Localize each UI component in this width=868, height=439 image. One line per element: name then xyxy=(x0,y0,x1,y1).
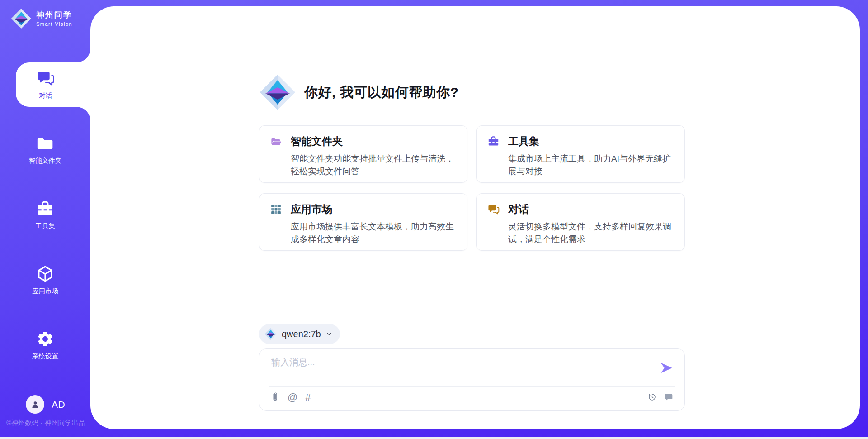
sidebar-item-settings[interactable]: 系统设置 xyxy=(0,323,90,367)
card-description: 应用市场提供丰富长文本模板，助力高效生成多样化文章内容 xyxy=(291,220,457,245)
model-logo-icon xyxy=(264,328,277,340)
chevron-down-icon xyxy=(326,330,333,338)
send-button[interactable] xyxy=(659,361,674,375)
chat-bubble-icon[interactable] xyxy=(664,392,674,402)
history-icon[interactable] xyxy=(647,392,657,402)
brand: 神州问学 Smart Vision xyxy=(11,8,72,29)
sidebar-item-smart-folder[interactable]: 智能文件夹 xyxy=(0,128,90,172)
main-content: 你好, 我可以如何帮助你? 智能文件夹 智能文件夹功能支持批量文件上传与清洗，轻… xyxy=(259,6,685,429)
brand-text: 神州问学 Smart Vision xyxy=(36,10,72,27)
user-account[interactable]: AD xyxy=(26,395,65,414)
card-header: 对话 xyxy=(487,202,674,216)
card-description: 集成市场上主流工具，助力AI与外界无缝扩展与对接 xyxy=(508,153,674,177)
brand-subtitle: Smart Vision xyxy=(36,21,72,27)
sidebar-item-label: 系统设置 xyxy=(32,352,58,361)
avatar xyxy=(26,395,44,414)
composer-tools-left: @ # xyxy=(270,391,311,403)
brand-logo-icon xyxy=(11,8,32,29)
card-title: 智能文件夹 xyxy=(291,134,343,148)
card-app-market[interactable]: 应用市场 应用市场提供丰富长文本模板，助力高效生成多样化文章内容 xyxy=(259,193,467,251)
cube-icon xyxy=(36,265,54,283)
folder-icon xyxy=(36,134,54,153)
send-icon xyxy=(659,361,674,375)
toolbox-icon xyxy=(36,200,54,218)
card-description: 智能文件夹功能支持批量文件上传与清洗，轻松实现文件问答 xyxy=(291,153,457,177)
card-title: 工具集 xyxy=(508,134,539,148)
at-icon[interactable]: @ xyxy=(288,392,297,402)
divider xyxy=(269,386,675,387)
card-title: 对话 xyxy=(508,202,529,216)
sidebar-item-label: 工具集 xyxy=(35,222,55,230)
sidebar-item-chat[interactable]: 对话 xyxy=(16,62,90,107)
chat-icon xyxy=(37,69,55,87)
hash-icon[interactable]: # xyxy=(305,392,311,402)
sidebar-item-toolset[interactable]: 工具集 xyxy=(0,193,90,237)
brand-name: 神州问学 xyxy=(36,10,72,20)
horizontal-scrollbar[interactable] xyxy=(0,437,868,439)
sidebar: 神州问学 Smart Vision 对话 智能文件夹 工具集 应用市场 系统设置… xyxy=(0,0,90,439)
card-toolset[interactable]: 工具集 集成市场上主流工具，助力AI与外界无缝扩展与对接 xyxy=(476,125,685,183)
model-selector[interactable]: qwen2:7b xyxy=(259,324,340,344)
chat-icon xyxy=(487,203,500,215)
card-chat[interactable]: 对话 灵活切换多模型文件，支持多样回复效果调试，满足个性化需求 xyxy=(476,193,685,251)
copyright: ©神州数码 · 神州问学出品 xyxy=(6,419,85,427)
card-header: 应用市场 xyxy=(270,202,457,216)
paperclip-icon[interactable] xyxy=(270,391,280,403)
grid-icon xyxy=(270,203,282,215)
message-input[interactable] xyxy=(270,355,655,383)
message-composer: @ # xyxy=(259,348,685,411)
greeting: 你好, 我可以如何帮助你? xyxy=(259,74,459,111)
feature-cards: 智能文件夹 智能文件夹功能支持批量文件上传与清洗，轻松实现文件问答 工具集 集成… xyxy=(259,125,685,251)
card-description: 灵活切换多模型文件，支持多样回复效果调试，满足个性化需求 xyxy=(508,220,674,245)
composer-tools-right xyxy=(647,392,674,402)
sidebar-nav: 对话 智能文件夹 工具集 应用市场 系统设置 xyxy=(0,62,90,388)
model-name: qwen2:7b xyxy=(282,329,321,339)
card-header: 智能文件夹 xyxy=(270,134,457,148)
folder-open-icon xyxy=(270,135,282,148)
sidebar-item-label: 应用市场 xyxy=(32,287,58,296)
greeting-title: 你好, 我可以如何帮助你? xyxy=(304,83,459,102)
user-initials: AD xyxy=(52,399,65,410)
toolbox-icon xyxy=(487,135,500,148)
card-smart-folder[interactable]: 智能文件夹 智能文件夹功能支持批量文件上传与清洗，轻松实现文件问答 xyxy=(259,125,467,183)
sidebar-item-label: 对话 xyxy=(39,91,52,100)
app-logo-icon xyxy=(259,74,296,111)
sidebar-item-label: 智能文件夹 xyxy=(29,157,62,165)
sidebar-item-app-market[interactable]: 应用市场 xyxy=(0,258,90,302)
gear-icon xyxy=(36,330,54,348)
card-title: 应用市场 xyxy=(291,202,332,216)
card-header: 工具集 xyxy=(487,134,674,148)
main-panel: 你好, 我可以如何帮助你? 智能文件夹 智能文件夹功能支持批量文件上传与清洗，轻… xyxy=(90,6,860,429)
